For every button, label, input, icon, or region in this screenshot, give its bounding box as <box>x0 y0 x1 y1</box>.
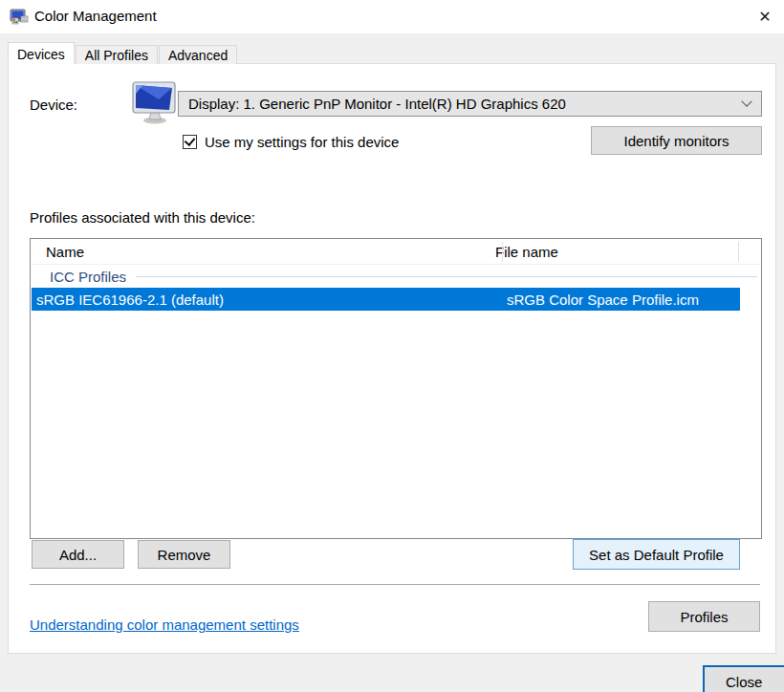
close-icon[interactable]: ✕ <box>751 4 778 29</box>
use-my-settings-checkbox[interactable] <box>183 135 197 149</box>
profiles-button[interactable]: Profiles <box>648 601 760 632</box>
add-button[interactable]: Add... <box>32 540 124 569</box>
column-separator <box>738 242 739 262</box>
close-button[interactable]: Close <box>703 665 784 692</box>
tab-strip: Devices All Profiles Advanced <box>8 42 238 64</box>
column-separator <box>502 242 503 262</box>
profiles-list-header: Name File name <box>31 239 761 265</box>
titlebar: Color Management ✕ <box>0 0 784 33</box>
tab-devices[interactable]: Devices <box>8 42 75 64</box>
icc-profiles-group-row: ICC Profiles <box>31 265 761 288</box>
set-as-default-profile-button[interactable]: Set as Default Profile <box>573 539 740 570</box>
profile-file-cell: sRGB Color Space Profile.icm <box>498 292 699 308</box>
remove-button[interactable]: Remove <box>138 540 230 569</box>
device-label: Device: <box>30 97 77 113</box>
devices-tab-page: Device: Display: 1. Generic PnP Monitor … <box>8 63 776 654</box>
device-select[interactable]: Display: 1. Generic PnP Monitor - Intel(… <box>178 91 762 117</box>
column-header-file-name[interactable]: File name <box>487 244 558 260</box>
understanding-color-management-link[interactable]: Understanding color management settings <box>30 616 299 633</box>
tab-all-profiles[interactable]: All Profiles <box>76 45 158 64</box>
profile-row-selected[interactable]: sRGB IEC61966-2.1 (default) sRGB Color S… <box>32 288 740 311</box>
tab-advanced[interactable]: Advanced <box>159 45 237 64</box>
device-select-value: Display: 1. Generic PnP Monitor - Intel(… <box>188 96 732 112</box>
profile-name-cell: sRGB IEC61966-2.1 (default) <box>32 292 498 308</box>
profiles-associated-label: Profiles associated with this device: <box>30 209 255 226</box>
checkmark-icon <box>185 135 196 146</box>
use-my-settings-row: Use my settings for this device <box>183 134 399 150</box>
use-my-settings-label: Use my settings for this device <box>205 134 399 150</box>
identify-monitors-button[interactable]: Identify monitors <box>591 126 762 155</box>
column-header-name[interactable]: Name <box>31 244 487 260</box>
section-divider <box>30 584 760 585</box>
profiles-list[interactable]: Name File name ICC Profiles sRGB IEC6196… <box>30 238 762 539</box>
group-divider-line <box>136 276 757 277</box>
window-title: Color Management <box>34 8 157 24</box>
color-management-dialog: Color Management ✕ Devices All Profiles … <box>0 0 784 692</box>
app-icon <box>10 8 29 27</box>
monitor-icon <box>130 80 180 124</box>
icc-profiles-group-label: ICC Profiles <box>50 269 126 285</box>
chevron-down-icon <box>732 92 761 116</box>
